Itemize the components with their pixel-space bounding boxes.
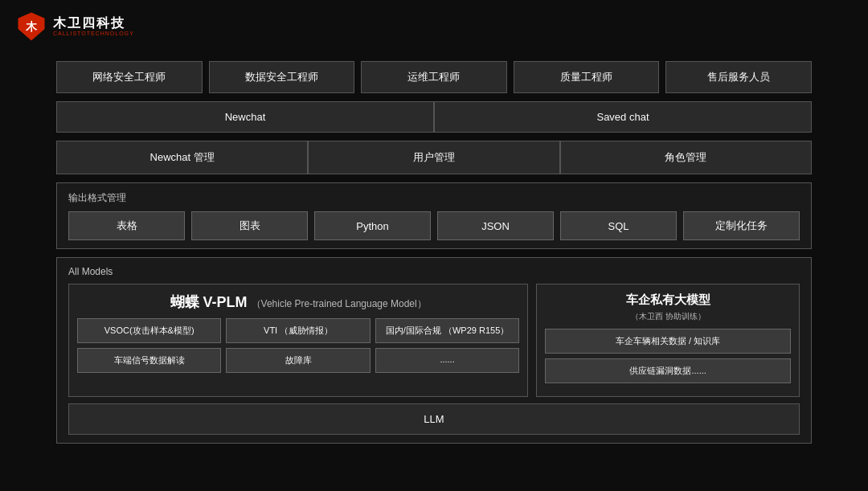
vplm-item-more: ...... bbox=[375, 348, 519, 373]
output-format-label: 输出格式管理 bbox=[68, 191, 800, 205]
mgmt-btn-newchat[interactable]: Newchat 管理 bbox=[56, 141, 308, 174]
vplm-item-vti: VTI （威胁情报） bbox=[226, 318, 370, 343]
main-content: 网络安全工程师 数据安全工程师 运维工程师 质量工程师 售后服务人员 Newch… bbox=[0, 53, 868, 452]
private-model-box: 车企私有大模型 （木卫西 协助训练） 车企车辆相关数据 / 知识库 供应链漏洞数… bbox=[536, 284, 800, 397]
vplm-item-vsoc: VSOC(攻击样本&模型) bbox=[77, 318, 221, 343]
mgmt-row: Newchat 管理 用户管理 角色管理 bbox=[56, 141, 812, 174]
logo-text: 木卫四科技 CALLISTOTECHNOLOGY bbox=[53, 16, 134, 36]
vplm-item-fault: 故障库 bbox=[226, 348, 370, 373]
mgmt-btn-user[interactable]: 用户管理 bbox=[308, 141, 559, 174]
vplm-item-signal: 车端信号数据解读 bbox=[77, 348, 221, 373]
logo-cn: 木卫四科技 bbox=[53, 16, 134, 31]
vplm-main-title: 蝴蝶 V-PLM bbox=[170, 294, 248, 310]
output-btn-custom[interactable]: 定制化任务 bbox=[683, 211, 800, 240]
output-buttons-row: 表格 图表 Python JSON SQL 定制化任务 bbox=[68, 211, 800, 240]
role-btn-ops-engineer[interactable]: 运维工程师 bbox=[361, 61, 507, 93]
role-buttons-row: 网络安全工程师 数据安全工程师 运维工程师 质量工程师 售后服务人员 bbox=[56, 61, 812, 93]
vplm-subtitle: （Vehicle Pre-trained Language Model） bbox=[252, 298, 427, 309]
vplm-item-compliance: 国内/国际合规 （WP29 R155） bbox=[375, 318, 519, 343]
logo-en: CALLISTOTECHNOLOGY bbox=[53, 31, 134, 37]
private-model-title: 车企私有大模型 bbox=[545, 293, 791, 308]
private-item-vehicle-data: 车企车辆相关数据 / 知识库 bbox=[545, 329, 791, 354]
vplm-title: 蝴蝶 V-PLM （Vehicle Pre-trained Language M… bbox=[77, 293, 519, 312]
logo: 木 木卫四科技 CALLISTOTECHNOLOGY bbox=[16, 11, 134, 42]
svg-text:木: 木 bbox=[25, 20, 38, 33]
output-format-section: 输出格式管理 表格 图表 Python JSON SQL 定制化任务 bbox=[56, 182, 812, 249]
output-btn-chart[interactable]: 图表 bbox=[191, 211, 308, 240]
logo-shield-icon: 木 bbox=[16, 11, 47, 42]
private-model-subtitle: （木卫西 协助训练） bbox=[545, 311, 791, 322]
vplm-row1: VSOC(攻击样本&模型) VTI （威胁情报） 国内/国际合规 （WP29 R… bbox=[77, 318, 519, 343]
output-btn-sql[interactable]: SQL bbox=[560, 211, 677, 240]
mgmt-btn-role[interactable]: 角色管理 bbox=[560, 141, 812, 174]
all-models-section: All Models 蝴蝶 V-PLM （Vehicle Pre-trained… bbox=[56, 257, 812, 444]
savedchat-button[interactable]: Saved chat bbox=[434, 101, 812, 133]
vplm-row2: 车端信号数据解读 故障库 ...... bbox=[77, 348, 519, 373]
models-inner: 蝴蝶 V-PLM （Vehicle Pre-trained Language M… bbox=[68, 284, 800, 397]
role-btn-data-security[interactable]: 数据安全工程师 bbox=[209, 61, 355, 93]
vplm-box: 蝴蝶 V-PLM （Vehicle Pre-trained Language M… bbox=[68, 284, 528, 397]
output-btn-python[interactable]: Python bbox=[314, 211, 431, 240]
role-btn-quality-engineer[interactable]: 质量工程师 bbox=[514, 61, 660, 93]
output-btn-table[interactable]: 表格 bbox=[68, 211, 185, 240]
chat-buttons-row: Newchat Saved chat bbox=[56, 101, 812, 133]
output-btn-json[interactable]: JSON bbox=[437, 211, 554, 240]
header: 木 木卫四科技 CALLISTOTECHNOLOGY bbox=[0, 0, 868, 53]
private-item-supply-chain: 供应链漏洞数据...... bbox=[545, 358, 791, 383]
llm-bar: LLM bbox=[68, 403, 800, 435]
role-btn-network-security[interactable]: 网络安全工程师 bbox=[56, 61, 203, 93]
all-models-label: All Models bbox=[68, 266, 800, 277]
role-btn-after-sales[interactable]: 售后服务人员 bbox=[665, 61, 812, 93]
newchat-button[interactable]: Newchat bbox=[56, 101, 434, 133]
